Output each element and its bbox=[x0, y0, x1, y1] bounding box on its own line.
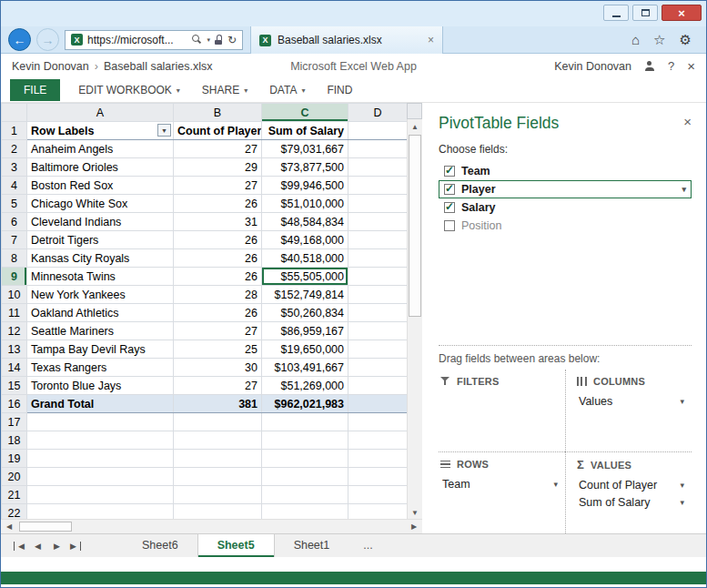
chevron-down-icon[interactable]: ▾ bbox=[680, 397, 684, 406]
row-header-6[interactable]: 6 bbox=[2, 213, 27, 231]
tab-sheet1[interactable]: Sheet1 bbox=[275, 534, 349, 557]
settings-gear-icon[interactable]: ⚙ bbox=[680, 32, 692, 48]
values-area[interactable]: Σ VALUES Count of Player ▾ Sum of Salary… bbox=[565, 451, 692, 533]
cell-C19[interactable] bbox=[262, 450, 348, 468]
cell-B13[interactable]: 25 bbox=[174, 340, 262, 359]
close-window-button[interactable]: × bbox=[662, 5, 702, 21]
forward-button[interactable]: → bbox=[36, 28, 59, 51]
filters-area[interactable]: FILTERS bbox=[439, 370, 565, 451]
minimize-button[interactable] bbox=[603, 5, 629, 21]
cell-B3[interactable]: 29 bbox=[174, 158, 262, 177]
cell-A4[interactable]: Boston Red Sox bbox=[27, 177, 174, 195]
cell-D4[interactable] bbox=[348, 177, 408, 195]
cell-D14[interactable] bbox=[348, 359, 408, 377]
cell-B4[interactable]: 27 bbox=[174, 177, 262, 195]
cell-D9[interactable] bbox=[348, 268, 408, 286]
position-checkbox[interactable] bbox=[444, 220, 455, 231]
cell-A10[interactable]: New York Yankees bbox=[27, 286, 174, 304]
row-labels-filter-button[interactable]: ▼ bbox=[157, 124, 171, 137]
cell-C2[interactable]: $79,031,667 bbox=[262, 140, 348, 158]
cell-C1[interactable]: Sum of Salary bbox=[262, 122, 348, 140]
cell-B2[interactable]: 27 bbox=[174, 140, 262, 158]
rows-field-team[interactable]: Team ▾ bbox=[440, 475, 560, 492]
row-header-4[interactable]: 4 bbox=[2, 177, 27, 195]
column-header-C[interactable]: C bbox=[262, 104, 348, 122]
tab-sheet6[interactable]: Sheet6 bbox=[123, 534, 197, 557]
cell-D10[interactable] bbox=[348, 286, 408, 304]
cell-C6[interactable]: $48,584,834 bbox=[262, 213, 348, 231]
cell-D13[interactable] bbox=[348, 340, 408, 359]
cell-C14[interactable]: $103,491,667 bbox=[262, 359, 348, 377]
cell-B10[interactable]: 28 bbox=[174, 286, 262, 304]
cell-D20[interactable] bbox=[348, 468, 408, 486]
row-header-1[interactable]: 1 bbox=[2, 122, 27, 140]
cell-A18[interactable] bbox=[27, 431, 174, 450]
row-header-13[interactable]: 13 bbox=[2, 340, 27, 359]
field-row-salary[interactable]: Salary bbox=[439, 198, 692, 217]
cell-B15[interactable]: 27 bbox=[174, 377, 262, 395]
prev-sheet-button[interactable]: ◀ bbox=[28, 542, 47, 551]
column-header-B[interactable]: B bbox=[174, 104, 262, 122]
row-header-17[interactable]: 17 bbox=[2, 413, 27, 431]
cell-B19[interactable] bbox=[174, 450, 262, 468]
cell-C13[interactable]: $19,650,000 bbox=[262, 340, 348, 359]
cell-D8[interactable] bbox=[348, 249, 408, 268]
address-url[interactable]: https://microsoft... bbox=[87, 34, 187, 46]
menu-data[interactable]: DATA ▾ bbox=[269, 84, 305, 96]
team-checkbox[interactable] bbox=[444, 166, 455, 177]
search-icon[interactable] bbox=[192, 35, 202, 45]
row-header-16[interactable]: 16 bbox=[2, 395, 27, 413]
columns-field-values[interactable]: Values ▾ bbox=[577, 392, 686, 410]
chevron-down-icon[interactable]: ▾ bbox=[553, 480, 558, 489]
cell-D17[interactable] bbox=[348, 413, 408, 431]
row-header-14[interactable]: 14 bbox=[2, 359, 27, 377]
row-header-12[interactable]: 12 bbox=[2, 322, 27, 340]
help-icon[interactable]: ? bbox=[668, 59, 674, 73]
back-button[interactable]: ← bbox=[8, 28, 31, 51]
chevron-down-icon[interactable]: ▾ bbox=[680, 498, 684, 507]
breadcrumb-user[interactable]: Kevin Donovan bbox=[12, 60, 89, 73]
search-dropdown-icon[interactable]: ▾ bbox=[207, 36, 210, 44]
row-header-15[interactable]: 15 bbox=[2, 377, 27, 395]
cell-B17[interactable] bbox=[174, 413, 262, 431]
app-close-icon[interactable]: × bbox=[687, 58, 695, 74]
browser-tab[interactable]: Baseball salaries.xlsx × bbox=[250, 26, 443, 54]
row-header-11[interactable]: 11 bbox=[2, 304, 27, 322]
cell-D19[interactable] bbox=[348, 450, 408, 468]
cell-D12[interactable] bbox=[348, 322, 408, 340]
cell-D2[interactable] bbox=[348, 140, 408, 158]
row-header-20[interactable]: 20 bbox=[2, 468, 27, 486]
select-all-corner[interactable] bbox=[2, 104, 27, 122]
columns-area[interactable]: COLUMNS Values ▾ bbox=[565, 370, 692, 451]
cell-A7[interactable]: Detroit Tigers bbox=[27, 231, 174, 249]
scroll-up-icon[interactable]: ▲ bbox=[408, 119, 422, 134]
cell-A12[interactable]: Seattle Mariners bbox=[27, 322, 174, 340]
menu-share[interactable]: SHARE ▾ bbox=[202, 84, 247, 96]
maximize-button[interactable] bbox=[632, 5, 658, 21]
cell-A5[interactable]: Chicago White Sox bbox=[27, 195, 174, 213]
cell-C8[interactable]: $40,518,000 bbox=[262, 249, 348, 268]
horizontal-scroll-thumb[interactable] bbox=[19, 522, 72, 532]
vertical-scrollbar[interactable]: ▲ ▼ bbox=[407, 119, 422, 520]
cell-A9[interactable]: Minnesota Twins bbox=[27, 268, 174, 286]
cell-B20[interactable] bbox=[174, 468, 262, 486]
values-field-salary[interactable]: Sum of Salary ▾ bbox=[577, 493, 686, 511]
row-header-8[interactable]: 8 bbox=[2, 249, 27, 268]
field-row-team[interactable]: Team bbox=[439, 162, 692, 180]
tab-sheet5[interactable]: Sheet5 bbox=[197, 534, 275, 557]
cell-C20[interactable] bbox=[262, 468, 348, 486]
cell-A2[interactable]: Anaheim Angels bbox=[27, 140, 174, 158]
cell-D3[interactable] bbox=[348, 158, 408, 177]
field-row-player[interactable]: Player ▾ bbox=[439, 180, 692, 198]
cell-A20[interactable] bbox=[27, 468, 174, 486]
pane-close-icon[interactable]: × bbox=[683, 114, 692, 129]
cell-A3[interactable]: Baltimore Orioles bbox=[27, 158, 174, 177]
row-header-19[interactable]: 19 bbox=[2, 450, 27, 468]
field-row-position[interactable]: Position bbox=[439, 217, 692, 235]
scroll-right-icon[interactable]: ▶ bbox=[406, 522, 422, 531]
row-header-7[interactable]: 7 bbox=[2, 231, 27, 249]
field-dropdown-icon[interactable]: ▾ bbox=[682, 185, 686, 194]
cell-B8[interactable]: 26 bbox=[174, 249, 262, 268]
cell-D1[interactable] bbox=[348, 122, 408, 140]
cell-D18[interactable] bbox=[348, 431, 408, 450]
